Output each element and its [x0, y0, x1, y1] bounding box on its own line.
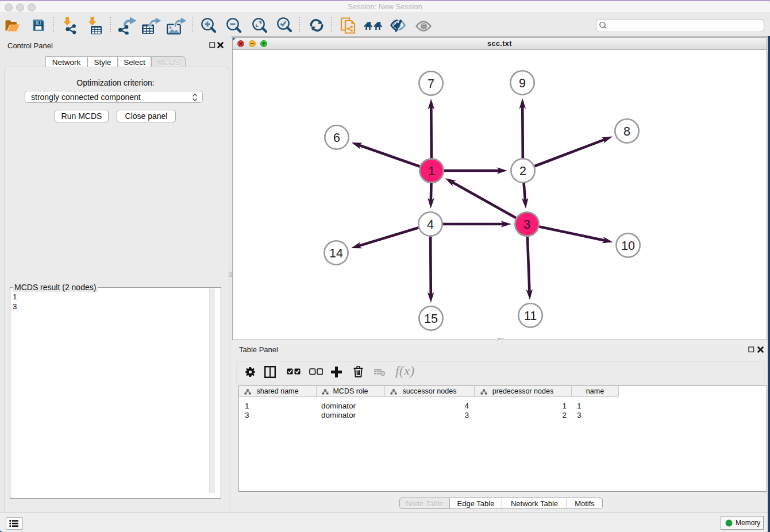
svg-text:2: 2	[519, 164, 526, 178]
svg-text:6: 6	[333, 131, 340, 145]
svg-text:10: 10	[621, 239, 635, 253]
svg-text:7: 7	[428, 77, 434, 91]
svg-text:11: 11	[524, 309, 537, 323]
svg-text:4: 4	[427, 218, 434, 232]
svg-text:14: 14	[329, 246, 343, 260]
svg-text:9: 9	[519, 76, 526, 90]
svg-text:8: 8	[623, 125, 630, 138]
svg-text:3: 3	[523, 218, 530, 232]
svg-text:15: 15	[424, 312, 438, 326]
svg-text:1: 1	[428, 164, 435, 178]
